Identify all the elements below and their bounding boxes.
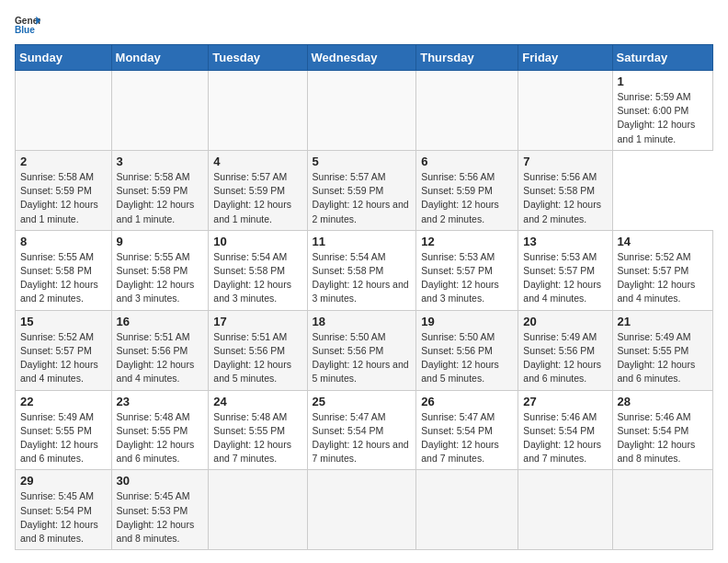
day-info: Sunrise: 5:55 AMSunset: 5:58 PMDaylight:… <box>20 250 107 306</box>
header-thursday: Thursday <box>416 45 518 71</box>
calendar-cell: 21Sunrise: 5:49 AMSunset: 5:55 PMDayligh… <box>612 310 712 390</box>
generalblue-logo-icon: General Blue <box>15 15 40 35</box>
calendar-cell: 16Sunrise: 5:51 AMSunset: 5:56 PMDayligh… <box>111 310 209 390</box>
calendar-cell: 15Sunrise: 5:52 AMSunset: 5:57 PMDayligh… <box>16 310 112 390</box>
calendar-cell: 27Sunrise: 5:46 AMSunset: 5:54 PMDayligh… <box>518 390 612 470</box>
day-number: 28 <box>618 395 708 408</box>
day-number: 1 <box>618 75 708 88</box>
calendar-cell: 28Sunrise: 5:46 AMSunset: 5:54 PMDayligh… <box>612 390 712 470</box>
day-number: 27 <box>523 395 607 408</box>
calendar-cell: 9Sunrise: 5:55 AMSunset: 5:58 PMDaylight… <box>111 230 209 310</box>
calendar-body: 1Sunrise: 5:59 AMSunset: 6:00 PMDaylight… <box>16 71 713 550</box>
calendar-cell: 17Sunrise: 5:51 AMSunset: 5:56 PMDayligh… <box>209 310 307 390</box>
calendar-week-row: 1Sunrise: 5:59 AMSunset: 6:00 PMDaylight… <box>16 71 713 151</box>
header-saturday: Saturday <box>612 45 712 71</box>
day-info: Sunrise: 5:48 AMSunset: 5:55 PMDaylight:… <box>213 410 301 466</box>
calendar-cell: 5Sunrise: 5:57 AMSunset: 5:59 PMDaylight… <box>307 150 416 230</box>
day-info: Sunrise: 5:49 AMSunset: 5:56 PMDaylight:… <box>523 330 607 386</box>
day-info: Sunrise: 5:51 AMSunset: 5:56 PMDaylight:… <box>117 330 204 386</box>
day-info: Sunrise: 5:52 AMSunset: 5:57 PMDaylight:… <box>618 250 708 306</box>
header-monday: Monday <box>111 45 209 71</box>
calendar-cell <box>307 71 416 151</box>
calendar-cell: 4Sunrise: 5:57 AMSunset: 5:59 PMDaylight… <box>209 150 307 230</box>
calendar-cell <box>16 71 112 151</box>
calendar-week-row: 15Sunrise: 5:52 AMSunset: 5:57 PMDayligh… <box>16 310 713 390</box>
day-number: 22 <box>20 395 107 408</box>
calendar-header-row: SundayMondayTuesdayWednesdayThursdayFrid… <box>16 45 713 71</box>
day-number: 14 <box>618 235 708 248</box>
day-info: Sunrise: 5:45 AMSunset: 5:54 PMDaylight:… <box>20 489 107 546</box>
calendar-cell <box>518 71 612 151</box>
day-info: Sunrise: 5:55 AMSunset: 5:58 PMDaylight:… <box>117 250 204 306</box>
day-info: Sunrise: 5:57 AMSunset: 5:59 PMDaylight:… <box>213 170 301 226</box>
day-number: 3 <box>117 155 204 168</box>
calendar-cell: 19Sunrise: 5:50 AMSunset: 5:56 PMDayligh… <box>416 310 518 390</box>
logo: General Blue <box>15 15 40 35</box>
calendar-week-row: 2Sunrise: 5:58 AMSunset: 5:59 PMDaylight… <box>16 150 713 230</box>
day-number: 13 <box>523 235 607 248</box>
day-number: 16 <box>117 315 204 328</box>
day-info: Sunrise: 5:56 AMSunset: 5:58 PMDaylight:… <box>523 170 607 226</box>
day-number: 21 <box>618 315 708 328</box>
day-info: Sunrise: 5:59 AMSunset: 6:00 PMDaylight:… <box>618 90 708 146</box>
calendar-week-row: 22Sunrise: 5:49 AMSunset: 5:55 PMDayligh… <box>16 390 713 470</box>
calendar-cell <box>209 470 307 550</box>
calendar-cell: 20Sunrise: 5:49 AMSunset: 5:56 PMDayligh… <box>518 310 612 390</box>
svg-text:Blue: Blue <box>15 25 35 35</box>
calendar-week-row: 8Sunrise: 5:55 AMSunset: 5:58 PMDaylight… <box>16 230 713 310</box>
day-info: Sunrise: 5:52 AMSunset: 5:57 PMDaylight:… <box>20 330 107 386</box>
page-header: General Blue <box>15 15 713 35</box>
header-sunday: Sunday <box>16 45 112 71</box>
header-friday: Friday <box>518 45 612 71</box>
day-info: Sunrise: 5:46 AMSunset: 5:54 PMDaylight:… <box>523 410 607 466</box>
day-number: 18 <box>313 315 412 328</box>
day-number: 24 <box>213 395 301 408</box>
calendar-cell: 12Sunrise: 5:53 AMSunset: 5:57 PMDayligh… <box>416 230 518 310</box>
calendar-cell <box>111 71 209 151</box>
day-info: Sunrise: 5:53 AMSunset: 5:57 PMDaylight:… <box>421 250 513 306</box>
day-info: Sunrise: 5:50 AMSunset: 5:56 PMDaylight:… <box>421 330 513 386</box>
day-number: 5 <box>313 155 412 168</box>
day-info: Sunrise: 5:50 AMSunset: 5:56 PMDaylight:… <box>313 330 412 386</box>
calendar-cell <box>518 470 612 550</box>
day-info: Sunrise: 5:57 AMSunset: 5:59 PMDaylight:… <box>313 170 412 226</box>
calendar-cell: 26Sunrise: 5:47 AMSunset: 5:54 PMDayligh… <box>416 390 518 470</box>
calendar-cell: 25Sunrise: 5:47 AMSunset: 5:54 PMDayligh… <box>307 390 416 470</box>
day-info: Sunrise: 5:48 AMSunset: 5:55 PMDaylight:… <box>117 410 204 466</box>
calendar-cell <box>612 470 712 550</box>
day-number: 30 <box>117 474 204 488</box>
day-number: 17 <box>213 315 301 328</box>
calendar-cell: 30Sunrise: 5:45 AMSunset: 5:53 PMDayligh… <box>111 470 209 550</box>
calendar-cell: 29Sunrise: 5:45 AMSunset: 5:54 PMDayligh… <box>16 470 112 550</box>
calendar-week-row: 29Sunrise: 5:45 AMSunset: 5:54 PMDayligh… <box>16 470 713 550</box>
day-number: 9 <box>117 235 204 248</box>
day-number: 23 <box>117 395 204 408</box>
day-info: Sunrise: 5:54 AMSunset: 5:58 PMDaylight:… <box>213 250 301 306</box>
day-number: 6 <box>421 155 513 168</box>
day-info: Sunrise: 5:49 AMSunset: 5:55 PMDaylight:… <box>618 330 708 386</box>
calendar-table: SundayMondayTuesdayWednesdayThursdayFrid… <box>15 44 713 550</box>
calendar-cell <box>307 470 416 550</box>
day-number: 12 <box>421 235 513 248</box>
day-number: 8 <box>20 235 107 248</box>
day-info: Sunrise: 5:47 AMSunset: 5:54 PMDaylight:… <box>421 410 513 466</box>
calendar-cell: 13Sunrise: 5:53 AMSunset: 5:57 PMDayligh… <box>518 230 612 310</box>
calendar-cell <box>209 71 307 151</box>
day-info: Sunrise: 5:46 AMSunset: 5:54 PMDaylight:… <box>618 410 708 466</box>
day-info: Sunrise: 5:54 AMSunset: 5:58 PMDaylight:… <box>313 250 412 306</box>
day-info: Sunrise: 5:58 AMSunset: 5:59 PMDaylight:… <box>20 170 107 226</box>
calendar-cell: 22Sunrise: 5:49 AMSunset: 5:55 PMDayligh… <box>16 390 112 470</box>
day-number: 25 <box>313 395 412 408</box>
day-number: 26 <box>421 395 513 408</box>
header-wednesday: Wednesday <box>307 45 416 71</box>
day-info: Sunrise: 5:49 AMSunset: 5:55 PMDaylight:… <box>20 410 107 466</box>
day-number: 10 <box>213 235 301 248</box>
calendar-cell: 10Sunrise: 5:54 AMSunset: 5:58 PMDayligh… <box>209 230 307 310</box>
day-number: 4 <box>213 155 301 168</box>
day-info: Sunrise: 5:45 AMSunset: 5:53 PMDaylight:… <box>117 489 204 546</box>
calendar-cell: 8Sunrise: 5:55 AMSunset: 5:58 PMDaylight… <box>16 230 112 310</box>
day-info: Sunrise: 5:53 AMSunset: 5:57 PMDaylight:… <box>523 250 607 306</box>
calendar-cell: 2Sunrise: 5:58 AMSunset: 5:59 PMDaylight… <box>16 150 112 230</box>
header-tuesday: Tuesday <box>209 45 307 71</box>
calendar-cell: 18Sunrise: 5:50 AMSunset: 5:56 PMDayligh… <box>307 310 416 390</box>
